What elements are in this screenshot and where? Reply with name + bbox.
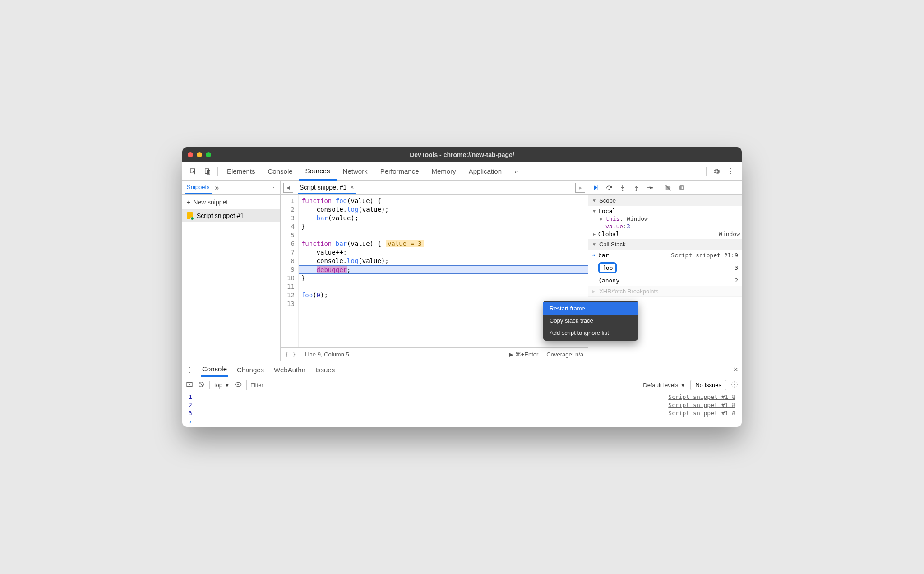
maximize-window-icon[interactable]	[206, 152, 211, 157]
code-area[interactable]: 12345678910111213 function foo(value) { …	[281, 195, 588, 347]
scope-global[interactable]: ▶GlobalWindow	[588, 230, 742, 238]
clear-console-icon[interactable]	[198, 381, 205, 389]
stack-frame[interactable]: ➔barScript snippet #1:9	[588, 250, 742, 260]
tab-elements[interactable]: Elements	[221, 162, 262, 181]
drawer-tabs: ⋮ Console Changes WebAuthn Issues ×	[182, 361, 742, 378]
log-source-link[interactable]: Script snippet #1:8	[668, 402, 735, 408]
tab-network[interactable]: Network	[337, 162, 374, 181]
editor-tab[interactable]: Script snippet #1 ×	[298, 181, 356, 194]
drawer-tab-webauthn[interactable]: WebAuthn	[273, 363, 306, 376]
svg-rect-10	[682, 186, 683, 189]
tab-application[interactable]: Application	[462, 162, 508, 181]
stack-frame[interactable]: (anony2	[588, 275, 742, 286]
sidebar-more-icon[interactable]: »	[215, 184, 219, 192]
step-out-icon[interactable]	[631, 182, 642, 193]
debugger-toolbar	[588, 181, 742, 195]
snippet-name: Script snippet #1	[197, 212, 244, 219]
snippets-tab[interactable]: Snippets	[185, 181, 212, 194]
log-source-link[interactable]: Script snippet #1:8	[668, 393, 735, 400]
titlebar: DevTools - chrome://new-tab-page/	[182, 147, 742, 162]
drawer-tab-issues[interactable]: Issues	[314, 363, 336, 376]
close-drawer-icon[interactable]: ×	[733, 365, 738, 375]
minimize-window-icon[interactable]	[197, 152, 202, 157]
devtools-window: DevTools - chrome://new-tab-page/ Elemen…	[182, 147, 742, 427]
device-toggle-icon[interactable]	[201, 165, 214, 178]
live-expression-icon[interactable]	[235, 381, 242, 389]
resume-icon[interactable]	[590, 182, 601, 193]
inspect-icon[interactable]	[187, 165, 199, 178]
scope-body: ▼Local ▶this: Window value: 3 ▶GlobalWin…	[588, 206, 742, 239]
step-over-icon[interactable]	[604, 182, 614, 193]
log-row: 3Script snippet #1:8	[182, 409, 742, 417]
pretty-print-icon[interactable]: { }	[285, 351, 296, 358]
menu-copy-stack[interactable]: Copy stack trace	[543, 315, 638, 327]
menu-restart-frame[interactable]: Restart frame	[543, 302, 638, 315]
svg-point-5	[622, 190, 623, 190]
no-issues-button[interactable]: No Issues	[690, 380, 726, 390]
drawer: ⋮ Console Changes WebAuthn Issues × top …	[182, 361, 742, 427]
step-into-icon[interactable]	[617, 182, 628, 193]
tab-sources[interactable]: Sources	[299, 162, 337, 181]
coverage-label: Coverage: n/a	[546, 351, 583, 358]
tab-memory[interactable]: Memory	[425, 162, 462, 181]
svg-rect-3	[598, 185, 598, 190]
snippet-item[interactable]: Script snippet #1	[182, 209, 280, 222]
deactivate-breakpoints-icon[interactable]	[663, 182, 674, 193]
console-filter-input[interactable]	[246, 380, 638, 390]
menu-ignore-list[interactable]: Add script to ignore list	[543, 327, 638, 339]
tab-console[interactable]: Console	[262, 162, 299, 181]
main-tabs: Elements Console Sources Network Perform…	[182, 162, 742, 181]
cursor-position: Line 9, Column 5	[305, 351, 349, 358]
sources-sidebar: Snippets » ⋮ + New snippet Script snippe…	[182, 181, 281, 361]
levels-selector[interactable]: Default levels ▼	[643, 382, 686, 389]
scope-this[interactable]: ▶this: Window	[588, 215, 742, 222]
console-prompt[interactable]: ›	[182, 417, 742, 426]
context-selector[interactable]: top ▼	[214, 382, 230, 389]
editor-status-bar: { } Line 9, Column 5 ▶ ⌘+Enter Coverage:…	[281, 347, 588, 361]
inline-value-hint: value = 3	[386, 240, 424, 247]
tab-performance[interactable]: Performance	[374, 162, 425, 181]
svg-rect-9	[681, 186, 681, 189]
snippet-file-icon	[187, 212, 193, 219]
pause-exceptions-icon[interactable]	[676, 182, 687, 193]
plus-icon: +	[187, 199, 190, 206]
window-title: DevTools - chrome://new-tab-page/	[410, 151, 514, 158]
close-tab-icon[interactable]: ×	[350, 184, 354, 191]
main-area: Snippets » ⋮ + New snippet Script snippe…	[182, 181, 742, 361]
svg-point-13	[237, 384, 239, 385]
drawer-tab-console[interactable]: Console	[201, 362, 228, 377]
drawer-tab-changes[interactable]: Changes	[236, 363, 265, 376]
svg-point-7	[651, 187, 652, 188]
console-output: 1Script snippet #1:8 2Script snippet #1:…	[182, 392, 742, 427]
run-hint: ▶ ⌘+Enter	[509, 351, 538, 358]
scope-value[interactable]: value: 3	[588, 222, 742, 230]
log-row: 1Script snippet #1:8	[182, 393, 742, 401]
settings-icon[interactable]	[710, 165, 723, 178]
code-editor: ◀ Script snippet #1 × ▶ 1234567891011121…	[281, 181, 588, 361]
new-snippet-button[interactable]: + New snippet	[182, 195, 280, 209]
svg-point-8	[679, 185, 684, 190]
sidebar-menu-icon[interactable]: ⋮	[270, 183, 277, 192]
xhr-header[interactable]: ▶XHR/fetch Breakpoints	[588, 286, 742, 297]
close-window-icon[interactable]	[188, 152, 193, 157]
callstack-header[interactable]: ▼Call Stack	[588, 239, 742, 250]
new-snippet-label: New snippet	[193, 199, 228, 206]
console-settings-icon[interactable]	[731, 381, 738, 389]
step-icon[interactable]	[644, 182, 655, 193]
log-source-link[interactable]: Script snippet #1:8	[668, 410, 735, 417]
more-tabs-icon[interactable]: »	[508, 162, 524, 181]
stack-frame[interactable]: foo3	[588, 260, 742, 275]
nav-back-icon[interactable]: ◀	[283, 183, 293, 193]
svg-point-4	[609, 189, 610, 190]
context-menu: Restart frame Copy stack trace Add scrip…	[543, 301, 638, 341]
svg-rect-1	[205, 169, 209, 174]
kebab-icon[interactable]: ⋮	[725, 165, 737, 178]
drawer-menu-icon[interactable]: ⋮	[186, 366, 193, 374]
svg-point-14	[734, 384, 735, 385]
nav-forward-icon[interactable]: ▶	[575, 183, 585, 193]
scope-header[interactable]: ▼Scope	[588, 195, 742, 206]
console-play-icon[interactable]	[186, 381, 193, 389]
scope-local[interactable]: ▼Local	[588, 207, 742, 215]
svg-point-6	[636, 190, 637, 190]
editor-tabs: ◀ Script snippet #1 × ▶	[281, 181, 588, 195]
